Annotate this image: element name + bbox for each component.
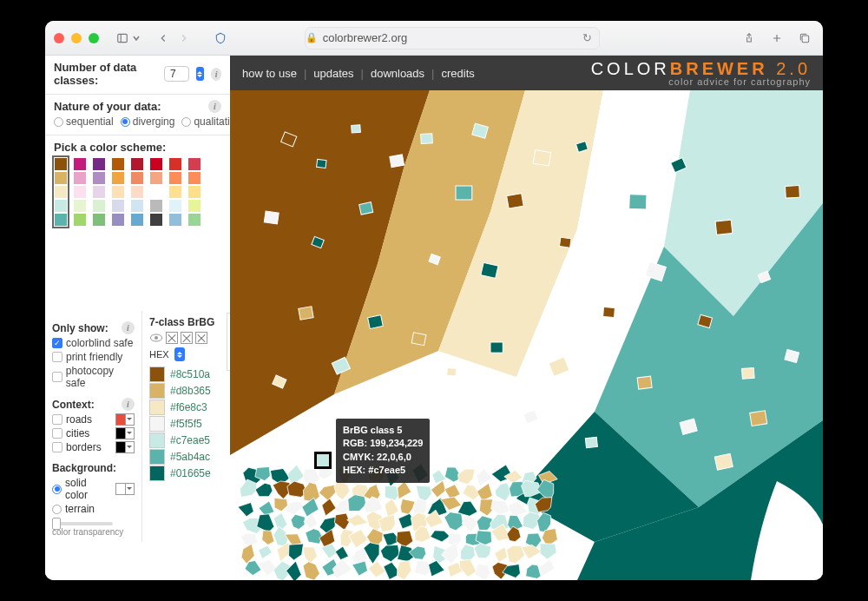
map-tooltip: BrBG class 5 RGB: 199,234,229 CMYK: 22,0… — [336, 419, 430, 483]
photocopy-safe-checkbox[interactable]: photocopy safe — [52, 365, 135, 389]
color-list-item[interactable]: #8c510a — [149, 367, 223, 382]
close-window-button[interactable] — [54, 33, 64, 43]
maximize-window-button[interactable] — [89, 33, 99, 43]
pick-scheme-label: Pick a color scheme: — [54, 141, 166, 154]
svg-marker-31 — [303, 482, 319, 501]
svg-marker-146 — [538, 559, 555, 577]
context-borders-row[interactable]: borders — [52, 441, 135, 453]
context-cities-row[interactable]: cities — [52, 427, 135, 439]
share-button[interactable] — [740, 30, 759, 47]
print-friendly-checkbox[interactable]: print friendly — [52, 351, 135, 363]
svg-marker-88 — [262, 531, 274, 545]
tabs-button[interactable] — [795, 30, 814, 47]
svg-rect-159 — [481, 262, 498, 278]
svg-rect-155 — [456, 186, 472, 200]
scheme-thumbnail[interactable] — [187, 157, 201, 227]
scheme-thumbnail[interactable] — [168, 157, 182, 227]
color-list-item[interactable]: #f6e8c3 — [149, 400, 223, 415]
svg-marker-122 — [474, 543, 491, 558]
eye-icon — [149, 333, 163, 343]
scheme-thumbnail[interactable] — [73, 157, 87, 227]
borders-color-picker[interactable] — [115, 441, 135, 453]
svg-rect-158 — [507, 194, 524, 208]
svg-rect-184 — [585, 437, 597, 447]
svg-marker-43 — [495, 483, 511, 501]
svg-marker-57 — [400, 499, 415, 514]
nav-updates[interactable]: updates — [313, 67, 353, 80]
bg-solid-radio[interactable]: solid color — [52, 477, 135, 501]
color-list-item[interactable]: #c7eae5 — [149, 433, 223, 448]
svg-rect-163 — [603, 307, 615, 318]
svg-marker-110 — [289, 544, 304, 560]
only-show-label: Only show: — [52, 322, 108, 334]
nav-downloads[interactable]: downloads — [371, 67, 424, 80]
svg-marker-142 — [475, 564, 490, 580]
svg-rect-185 — [490, 342, 503, 353]
bg-color-picker[interactable] — [115, 483, 135, 495]
transparency-slider[interactable]: color transparency — [52, 522, 135, 537]
svg-rect-174 — [447, 368, 457, 376]
tooltip-swatch-highlight — [314, 452, 332, 469]
color-list-item[interactable]: #f5f5f5 — [149, 416, 223, 432]
nature-diverging-radio[interactable]: diverging — [121, 116, 175, 128]
color-list-item[interactable]: #5ab4ac — [149, 449, 223, 465]
info-icon[interactable]: i — [122, 321, 135, 334]
nav-credits[interactable]: credits — [441, 67, 474, 80]
colorblind-safe-checkbox[interactable]: colorblind safe — [52, 337, 135, 349]
svg-rect-175 — [299, 307, 313, 320]
minimize-window-button[interactable] — [71, 33, 82, 43]
svg-marker-97 — [397, 531, 413, 547]
address-bar[interactable]: 🔒 colorbrewer2.org ↻ — [305, 27, 600, 50]
back-button[interactable] — [154, 30, 173, 47]
context-roads-row[interactable]: roads — [52, 413, 135, 426]
svg-point-6 — [155, 336, 158, 340]
svg-marker-70 — [291, 514, 305, 529]
svg-marker-87 — [240, 533, 258, 546]
svg-rect-186 — [523, 410, 538, 424]
lock-icon: 🔒 — [306, 32, 318, 43]
scheme-thumbnail[interactable] — [92, 157, 106, 227]
color-list-item[interactable]: #01665e — [149, 466, 223, 481]
info-icon[interactable]: i — [208, 100, 221, 113]
svg-rect-149 — [352, 125, 361, 133]
map-preview[interactable] — [230, 90, 823, 580]
new-tab-button[interactable] — [767, 30, 786, 47]
cities-color-picker[interactable] — [115, 427, 135, 439]
svg-marker-48 — [259, 501, 274, 516]
info-icon[interactable]: i — [211, 68, 221, 81]
sidebar-toggle[interactable] — [115, 32, 140, 44]
privacy-shield-icon[interactable] — [211, 30, 230, 47]
svg-marker-141 — [459, 559, 477, 577]
svg-marker-137 — [398, 561, 412, 580]
svg-rect-172 — [368, 315, 384, 329]
svg-marker-74 — [347, 514, 368, 526]
svg-marker-128 — [259, 559, 278, 576]
info-icon[interactable]: i — [122, 398, 135, 411]
svg-marker-28 — [255, 483, 273, 497]
nature-sequential-radio[interactable]: sequential — [54, 116, 114, 128]
svg-marker-130 — [286, 561, 301, 580]
format-stepper[interactable] — [174, 347, 185, 361]
bg-terrain-radio[interactable]: terrain — [52, 503, 135, 515]
svg-marker-116 — [380, 545, 399, 561]
scheme-thumbnail[interactable] — [111, 157, 125, 227]
window-controls — [54, 33, 99, 43]
roads-color-picker[interactable] — [115, 413, 135, 426]
svg-rect-153 — [390, 155, 404, 168]
scheme-thumbnail[interactable] — [130, 157, 144, 227]
forward-button[interactable] — [174, 30, 194, 47]
site-header: how to use| updates| downloads| credits … — [230, 56, 823, 90]
svg-marker-134 — [352, 561, 368, 576]
color-list-item[interactable]: #d8b365 — [149, 383, 223, 399]
reload-icon[interactable]: ↻ — [582, 31, 592, 44]
svg-marker-108 — [259, 545, 273, 558]
num-classes-stepper[interactable] — [196, 67, 205, 81]
url-text: colorbrewer2.org — [323, 31, 408, 44]
nav-how-to-use[interactable]: how to use — [242, 67, 297, 80]
svg-rect-180 — [714, 453, 733, 470]
scheme-thumbnail[interactable] — [149, 157, 163, 227]
scheme-thumbnail[interactable] — [54, 157, 68, 227]
svg-marker-39 — [431, 480, 445, 498]
svg-rect-168 — [715, 220, 733, 234]
num-classes-value: 7 — [164, 66, 189, 82]
